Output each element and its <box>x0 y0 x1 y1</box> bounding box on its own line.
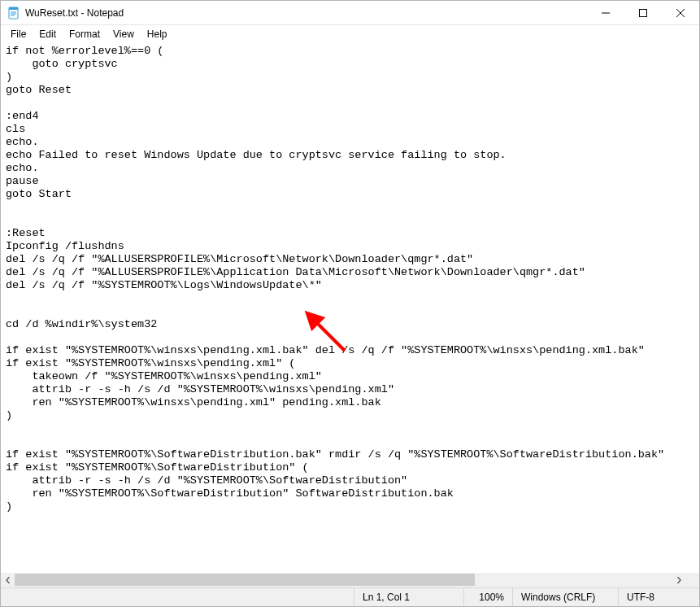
menu-edit[interactable]: Edit <box>33 27 63 41</box>
scrollbar-thumb[interactable] <box>15 574 475 586</box>
status-zoom: 100% <box>463 588 512 606</box>
text-editor[interactable] <box>1 43 699 573</box>
window-title: WuReset.txt - Notepad <box>25 7 124 19</box>
window-controls <box>587 1 699 24</box>
status-spacer <box>1 588 354 606</box>
notepad-icon <box>7 7 20 20</box>
maximize-button[interactable] <box>624 1 662 25</box>
statusbar: Ln 1, Col 1 100% Windows (CRLF) UTF-8 <box>1 587 699 606</box>
status-encoding: UTF-8 <box>618 588 699 606</box>
titlebar-left: WuReset.txt - Notepad <box>1 7 130 20</box>
menu-view[interactable]: View <box>107 27 141 41</box>
svg-rect-6 <box>640 10 647 17</box>
close-button[interactable] <box>662 1 699 25</box>
menu-file[interactable]: File <box>4 27 33 41</box>
minimize-button[interactable] <box>587 1 624 25</box>
menu-help[interactable]: Help <box>141 27 174 41</box>
scroll-right-arrow-icon[interactable] <box>672 573 685 587</box>
horizontal-scrollbar[interactable] <box>1 573 685 587</box>
editor-area <box>1 43 699 587</box>
svg-rect-1 <box>9 7 18 10</box>
menubar: File Edit Format View Help <box>1 25 699 43</box>
scrollbar-corner <box>685 573 699 587</box>
titlebar: WuReset.txt - Notepad <box>1 1 699 25</box>
status-position: Ln 1, Col 1 <box>354 588 463 606</box>
scroll-left-arrow-icon[interactable] <box>1 573 15 587</box>
scrollbar-track[interactable] <box>15 573 672 587</box>
menu-format[interactable]: Format <box>63 27 107 41</box>
status-eol: Windows (CRLF) <box>512 588 618 606</box>
